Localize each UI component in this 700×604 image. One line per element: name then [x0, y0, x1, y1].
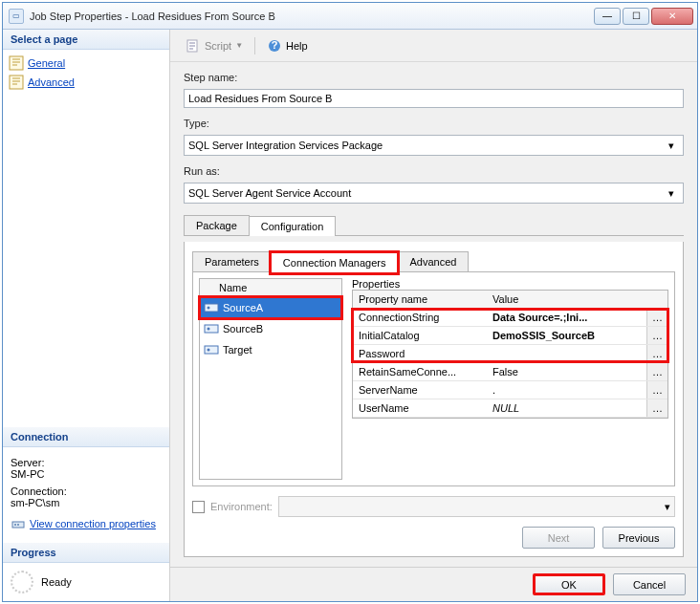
connection-icon	[204, 300, 219, 315]
connection-icon	[11, 516, 26, 531]
connection-icon	[204, 342, 219, 357]
app-icon: ▭	[9, 9, 24, 24]
stepname-label: Step name:	[184, 72, 684, 83]
dialog-window: ▭ Job Step Properties - Load Residues Fr…	[2, 2, 698, 602]
svg-point-13	[208, 349, 210, 352]
svg-rect-8	[205, 304, 218, 312]
connection-label: Connection:	[11, 485, 162, 497]
server-value: SM-PC	[11, 468, 162, 480]
type-dropdown[interactable]: SQL Server Integration Services Package …	[184, 135, 684, 156]
ellipsis-button[interactable]: …	[646, 363, 667, 380]
cancel-button[interactable]: Cancel	[613, 573, 686, 595]
left-panel: Select a page General Advanced Connectio…	[3, 30, 170, 601]
cm-item-sourcea[interactable]: SourceA	[200, 297, 341, 318]
svg-point-4	[17, 524, 19, 526]
server-label: Server:	[11, 457, 162, 468]
outer-tabstrip: Package Configuration	[184, 215, 684, 236]
prop-row-username[interactable]: UserName NULL …	[353, 399, 667, 418]
cm-column-header: Name	[200, 279, 341, 297]
ok-button[interactable]: OK	[533, 573, 605, 595]
progress-spinner-icon	[11, 571, 33, 593]
connection-icon	[204, 321, 219, 336]
svg-rect-1	[10, 76, 23, 89]
tab-package[interactable]: Package	[184, 215, 250, 235]
help-button[interactable]: ? Help	[261, 36, 314, 55]
previous-button[interactable]: Previous	[602, 527, 675, 549]
tab-configuration[interactable]: Configuration	[249, 216, 336, 236]
type-label: Type:	[184, 118, 684, 129]
next-button: Next	[522, 527, 595, 549]
svg-rect-0	[10, 56, 23, 70]
ellipsis-button[interactable]: …	[646, 399, 667, 417]
dialog-footer: OK Cancel	[170, 567, 697, 601]
help-icon: ?	[267, 38, 282, 54]
page-item-general[interactable]: General	[7, 54, 165, 73]
cm-item-sourceb[interactable]: SourceB	[200, 318, 341, 339]
select-page-header: Select a page	[3, 30, 169, 50]
toolbar-separator	[254, 37, 255, 54]
ellipsis-button[interactable]: …	[646, 309, 667, 326]
svg-text:?: ?	[272, 39, 278, 51]
environment-label: Environment:	[210, 501, 273, 512]
ellipsis-button[interactable]: …	[646, 327, 667, 344]
page-item-advanced[interactable]: Advanced	[7, 73, 165, 92]
window-title: Job Step Properties - Load Residues From…	[30, 11, 594, 22]
titlebar[interactable]: ▭ Job Step Properties - Load Residues Fr…	[3, 3, 697, 30]
prop-row-password[interactable]: Password …	[353, 345, 667, 363]
dropdown-arrow-icon: ▾	[664, 140, 679, 152]
dropdown-arrow-icon: ▾	[664, 187, 679, 200]
ellipsis-button[interactable]: …	[646, 345, 667, 362]
properties-grid: Property name Value ConnectionString Dat…	[352, 290, 668, 419]
cm-item-target[interactable]: Target	[200, 339, 341, 360]
page-icon	[9, 75, 24, 90]
tab-parameters[interactable]: Parameters	[192, 251, 272, 271]
tab-advanced[interactable]: Advanced	[397, 251, 469, 271]
close-button[interactable]: ✕	[651, 8, 693, 25]
script-icon	[186, 38, 201, 54]
prop-row-servername[interactable]: ServerName . …	[353, 381, 667, 399]
script-button: Script ▼	[180, 36, 249, 55]
runas-dropdown[interactable]: SQL Server Agent Service Account ▾	[184, 183, 684, 204]
maximize-button[interactable]: ☐	[623, 8, 649, 25]
page-icon	[9, 55, 24, 71]
toolbar: Script ▼ ? Help	[170, 30, 697, 62]
svg-point-9	[208, 307, 210, 310]
stepname-input[interactable]	[184, 89, 684, 108]
ellipsis-button[interactable]: …	[646, 381, 667, 399]
tab-connection-managers[interactable]: Connection Managers	[271, 252, 399, 272]
environment-dropdown: ▾	[278, 496, 675, 517]
prop-row-retainsameconnection[interactable]: RetainSameConne... False …	[353, 363, 667, 381]
prop-col-value: Value	[487, 291, 524, 308]
view-connection-link[interactable]: View connection properties	[30, 518, 156, 529]
progress-state: Ready	[41, 576, 72, 588]
inner-tabstrip: Parameters Connection Managers Advanced	[192, 251, 675, 272]
connection-manager-list[interactable]: Name SourceA SourceB Targe	[199, 278, 342, 480]
runas-label: Run as:	[184, 165, 684, 177]
dropdown-arrow-icon: ▾	[665, 501, 670, 513]
connection-value: sm-PC\sm	[11, 497, 162, 508]
prop-col-name: Property name	[353, 291, 487, 308]
svg-point-3	[14, 524, 16, 526]
svg-rect-10	[205, 325, 218, 333]
svg-point-11	[208, 328, 210, 331]
right-panel: Script ▼ ? Help Step name: Type: SQL Ser…	[170, 30, 697, 601]
svg-rect-12	[205, 346, 218, 354]
progress-header: Progress	[3, 543, 169, 563]
properties-label: Properties	[352, 278, 668, 290]
environment-checkbox[interactable]	[192, 501, 205, 513]
prop-row-connectionstring[interactable]: ConnectionString Data Source=.;Ini... …	[353, 309, 667, 327]
prop-row-initialcatalog[interactable]: InitialCatalog DemoSSIS_SourceB …	[353, 327, 667, 345]
connection-header: Connection	[3, 427, 169, 447]
minimize-button[interactable]: —	[594, 8, 621, 25]
